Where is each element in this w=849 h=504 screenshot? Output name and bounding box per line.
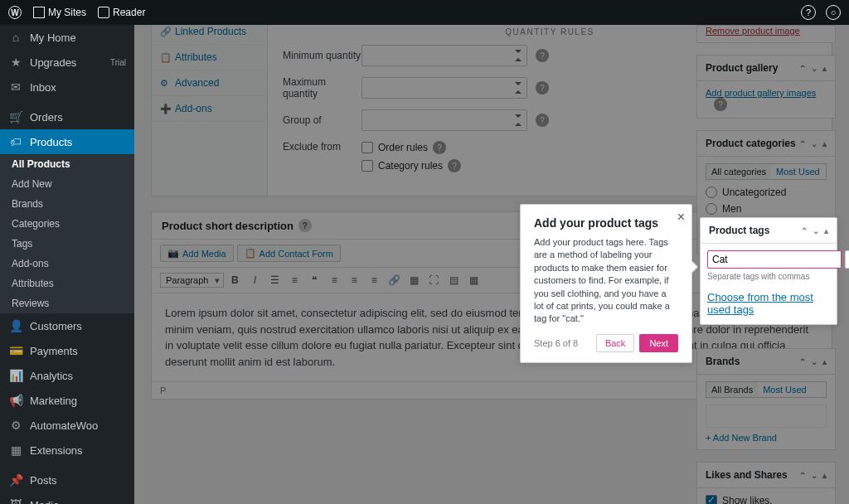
back-button[interactable]: Back xyxy=(596,334,634,352)
sidebar-item-label: AutomateWoo xyxy=(30,419,98,432)
sidebar-item-analytics[interactable]: 📊Analytics xyxy=(0,363,134,388)
reader-link[interactable]: Reader xyxy=(98,7,145,18)
toggle-icon[interactable]: ▴ xyxy=(824,226,828,235)
sidebar-item-marketing[interactable]: 📢Marketing xyxy=(0,388,134,413)
popover-body: Add your product tags here. Tags are a m… xyxy=(534,236,678,326)
next-button[interactable]: Next xyxy=(639,334,678,352)
auto-icon: ⚙ xyxy=(8,418,23,433)
cart-icon: 🛒 xyxy=(8,109,23,124)
sidebar-item-label: Customers xyxy=(30,320,82,332)
sidebar-item-my-home[interactable]: ⌂My Home xyxy=(0,25,134,50)
sidebar-item-media[interactable]: 🖼Media xyxy=(0,492,134,504)
close-icon[interactable]: × xyxy=(677,210,685,225)
sidebar-item-label: Inbox xyxy=(30,81,56,94)
user-icon: 👤 xyxy=(8,318,23,333)
home-icon: ⌂ xyxy=(8,30,23,45)
choose-most-used-tags-link[interactable]: Choose from the most used tags xyxy=(707,291,813,316)
user-avatar-icon[interactable]: ○ xyxy=(826,5,841,20)
sidebar-item-label: Payments xyxy=(30,345,78,357)
sidebar-item-label: Media xyxy=(30,499,59,505)
star-icon: ★ xyxy=(8,55,23,70)
sidebar-item-label: Extensions xyxy=(30,444,83,457)
sidebar-item-payments[interactable]: 💳Payments xyxy=(0,338,134,363)
sidebar-item-label: Upgrades xyxy=(30,56,76,69)
sidebar-item-label: My Home xyxy=(30,32,76,44)
chart-icon: 📊 xyxy=(8,368,23,383)
trial-badge: Trial xyxy=(110,58,126,67)
sidebar-item-label: Products xyxy=(30,136,72,148)
card-icon: 💳 xyxy=(8,343,23,358)
sidebar-sub-categories[interactable]: Categories xyxy=(0,214,134,234)
add-tag-button[interactable]: Add xyxy=(845,250,849,269)
sidebar-item-upgrades[interactable]: ★UpgradesTrial xyxy=(0,50,134,75)
product-tags-title: Product tags xyxy=(709,225,769,236)
mega-icon: 📢 xyxy=(8,393,23,408)
sidebar-sub-attributes[interactable]: Attributes xyxy=(0,274,134,293)
sidebar-item-label: Posts xyxy=(30,474,57,487)
sidebar-sub-all-products[interactable]: All Products xyxy=(0,154,134,174)
sidebar-item-orders[interactable]: 🛒Orders xyxy=(0,104,134,129)
sidebar-item-label: Marketing xyxy=(30,395,77,407)
reader-icon xyxy=(98,7,109,18)
my-sites-link[interactable]: My Sites xyxy=(33,7,86,18)
ext-icon: ▦ xyxy=(8,443,23,458)
sidebar-item-label: Orders xyxy=(30,111,63,124)
step-indicator: Step 6 of 8 xyxy=(534,338,578,348)
sidebar-item-automatewoo[interactable]: ⚙AutomateWoo xyxy=(0,413,134,438)
pin-icon: 📌 xyxy=(8,472,23,487)
sidebar-sub-reviews[interactable]: Reviews xyxy=(0,293,134,313)
admin-topbar: W My Sites Reader ? ○ xyxy=(0,0,849,25)
product-tags-panel: Product tags⌃⌄▴ Add Separate tags with c… xyxy=(700,217,837,325)
product-tag-input[interactable] xyxy=(707,250,842,269)
sidebar-item-products[interactable]: 🏷Products xyxy=(0,129,134,154)
sidebar-sub-add-ons[interactable]: Add-ons xyxy=(0,254,134,274)
sidebar-item-customers[interactable]: 👤Customers xyxy=(0,313,134,338)
sidebar-item-posts[interactable]: 📌Posts xyxy=(0,468,134,492)
popover-title: Add your product tags xyxy=(534,216,678,230)
media-icon: 🖼 xyxy=(8,497,23,504)
tag-separator-hint: Separate tags with commas xyxy=(701,272,837,286)
chevron-up-icon[interactable]: ⌃ xyxy=(801,226,808,235)
tag-icon: 🏷 xyxy=(8,134,23,149)
onboarding-popover: × Add your product tags Add your product… xyxy=(520,204,692,363)
help-icon[interactable]: ? xyxy=(801,5,816,20)
sites-icon xyxy=(33,7,45,18)
admin-sidebar: ⌂My Home★UpgradesTrial✉Inbox🛒Orders🏷Prod… xyxy=(0,25,134,504)
wp-logo-icon[interactable]: W xyxy=(8,6,22,19)
inbox-icon: ✉ xyxy=(8,80,23,94)
sidebar-item-extensions[interactable]: ▦Extensions xyxy=(0,438,134,463)
sidebar-sub-add-new[interactable]: Add New xyxy=(0,174,134,194)
sidebar-sub-brands[interactable]: Brands xyxy=(0,194,134,214)
sidebar-item-inbox[interactable]: ✉Inbox xyxy=(0,75,134,99)
sidebar-sub-tags[interactable]: Tags xyxy=(0,234,134,254)
sidebar-item-label: Analytics xyxy=(30,370,73,382)
chevron-down-icon[interactable]: ⌄ xyxy=(813,226,819,235)
